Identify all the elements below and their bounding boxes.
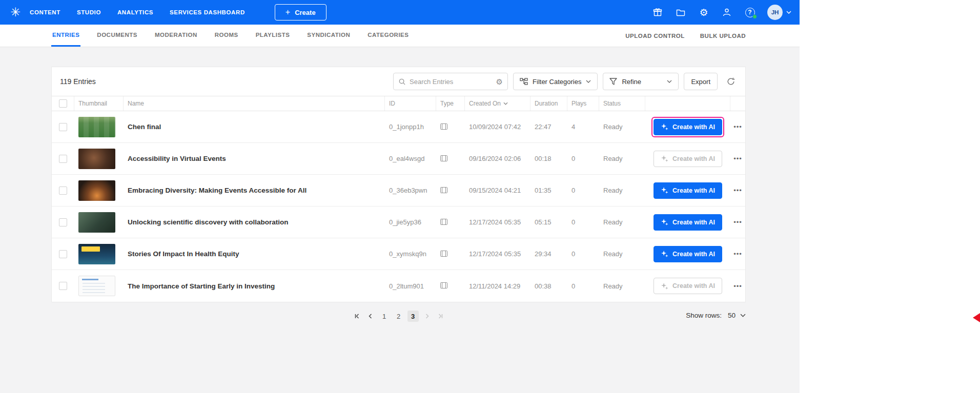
ai-button-label: Create with AI — [672, 282, 715, 289]
row-menu-button[interactable]: ••• — [730, 155, 745, 162]
entry-name[interactable]: Unlocking scientific discovery with coll… — [124, 218, 385, 226]
show-rows-control: Show rows: 50 — [686, 312, 746, 319]
last-page-button[interactable] — [435, 311, 445, 322]
video-type-icon — [440, 154, 447, 163]
entry-plays: 4 — [567, 123, 599, 131]
prev-page-button[interactable] — [365, 311, 376, 322]
tab-playlists[interactable]: PLAYLISTS — [255, 25, 291, 47]
entry-status: Ready — [599, 282, 645, 290]
help-icon[interactable]: ? — [744, 7, 756, 18]
entry-created-on: 12/11/2024 14:29 — [465, 282, 530, 290]
entry-thumbnail[interactable] — [78, 276, 115, 296]
row-menu-button[interactable]: ••• — [730, 123, 745, 131]
tab-categories[interactable]: CATEGORIES — [366, 25, 410, 47]
export-button[interactable]: Export — [684, 73, 718, 90]
kaltura-logo-icon[interactable]: ✳ — [10, 6, 21, 18]
ai-button-highlight-box: Create with AI — [651, 149, 724, 169]
bulk-upload-link[interactable]: BULK UPLOAD — [700, 33, 746, 39]
tab-moderation[interactable]: MODERATION — [154, 25, 198, 47]
refresh-icon[interactable] — [725, 75, 737, 88]
col-id: ID — [385, 96, 436, 111]
search-input[interactable] — [410, 78, 493, 86]
page-1-button[interactable]: 1 — [379, 311, 390, 322]
entry-thumbnail[interactable] — [78, 244, 115, 264]
col-created-on[interactable]: Created On — [465, 96, 530, 111]
entry-thumbnail[interactable] — [78, 180, 115, 201]
nav-analytics[interactable]: ANALYTICS — [117, 9, 153, 15]
refine-dropdown[interactable]: Refine — [603, 73, 679, 90]
folder-icon[interactable] — [675, 7, 686, 18]
nav-services-dashboard[interactable]: SERVICES DASHBOARD — [170, 9, 245, 15]
entry-name[interactable]: Embracing Diversity: Making Events Acces… — [124, 187, 385, 194]
tab-syndication[interactable]: SYNDICATION — [306, 25, 351, 47]
entry-name[interactable]: Accessibility in Virtual Events — [124, 155, 385, 162]
row-checkbox[interactable] — [59, 282, 67, 290]
entry-name[interactable]: The Importance of Starting Early in Inve… — [124, 282, 385, 290]
settings-gear-icon[interactable]: ⚙ — [698, 7, 709, 18]
entries-page: 119 Entries ⚙ Filter C — [0, 47, 800, 326]
filter-categories-dropdown[interactable]: Filter Categories — [513, 73, 598, 90]
upload-control-link[interactable]: UPLOAD CONTROL — [625, 33, 685, 39]
user-avatar-menu[interactable]: JH — [767, 5, 791, 20]
search-settings-icon[interactable]: ⚙ — [496, 78, 503, 86]
ai-button-highlight-box: Create with AI — [651, 117, 724, 137]
first-page-button[interactable] — [352, 311, 362, 322]
create-button[interactable]: + Create — [275, 4, 326, 20]
ai-button-label: Create with AI — [672, 123, 715, 131]
row-menu-button[interactable]: ••• — [730, 187, 745, 194]
entry-name[interactable]: Chen final — [124, 123, 385, 131]
select-all-checkbox[interactable] — [59, 99, 67, 108]
sparkle-icon — [661, 282, 668, 290]
create-with-ai-button[interactable]: Create with AI — [654, 214, 722, 231]
page-2-button[interactable]: 2 — [393, 311, 404, 322]
col-name: Name — [124, 96, 385, 111]
row-checkbox[interactable] — [59, 218, 67, 226]
gift-icon[interactable] — [652, 7, 663, 18]
entries-count: 119 Entries — [60, 77, 96, 86]
row-menu-button[interactable]: ••• — [730, 250, 745, 258]
page-3-button-current[interactable]: 3 — [407, 311, 419, 322]
entry-thumbnail[interactable] — [78, 212, 115, 233]
subnav-right-links: UPLOAD CONTROL BULK UPLOAD — [625, 25, 746, 47]
user-icon[interactable] — [721, 7, 732, 18]
row-menu-button[interactable]: ••• — [730, 282, 745, 290]
row-checkbox[interactable] — [59, 250, 67, 258]
sort-chevron-icon — [503, 102, 508, 105]
entry-plays: 0 — [567, 218, 599, 226]
show-rows-select[interactable]: 50 — [728, 312, 746, 319]
nav-content[interactable]: CONTENT — [30, 9, 60, 15]
entry-duration: 00:18 — [530, 155, 567, 162]
entry-created-on: 12/17/2024 05:35 — [465, 218, 530, 226]
tab-rooms[interactable]: ROOMS — [214, 25, 239, 47]
row-checkbox[interactable] — [59, 123, 67, 131]
row-checkbox[interactable] — [59, 155, 67, 163]
entry-duration: 29:34 — [530, 250, 567, 258]
ai-button-label: Create with AI — [672, 155, 715, 162]
tab-entries[interactable]: ENTRIES — [51, 25, 80, 47]
entry-thumbnail[interactable] — [78, 149, 115, 169]
kmc-application: ✳ CONTENT STUDIO ANALYTICS SERVICES DASH… — [0, 0, 800, 393]
create-with-ai-button[interactable]: Create with AI — [654, 246, 722, 262]
entry-thumbnail[interactable] — [78, 117, 115, 137]
row-menu-button[interactable]: ••• — [730, 218, 745, 226]
create-with-ai-button[interactable]: Create with AI — [654, 151, 722, 167]
entry-duration: 22:47 — [530, 123, 567, 131]
row-checkbox[interactable] — [59, 187, 67, 195]
create-with-ai-button[interactable]: Create with AI — [654, 182, 722, 199]
video-type-icon — [440, 122, 447, 132]
create-with-ai-button[interactable]: Create with AI — [654, 278, 722, 294]
col-actions — [645, 96, 730, 111]
tab-documents[interactable]: DOCUMENTS — [96, 25, 138, 47]
create-with-ai-button[interactable]: Create with AI — [654, 119, 722, 135]
nav-studio[interactable]: STUDIO — [77, 9, 101, 15]
pagination: 1 2 3 — [352, 311, 445, 322]
chevron-down-icon — [586, 80, 591, 83]
table-row: The Importance of Starting Early in Inve… — [52, 270, 745, 302]
next-page-button[interactable] — [422, 311, 432, 322]
entry-status: Ready — [599, 250, 645, 258]
ai-button-highlight-box: Create with AI — [651, 180, 724, 201]
entry-duration: 05:15 — [530, 218, 567, 226]
entry-status: Ready — [599, 187, 645, 194]
entry-duration: 00:38 — [530, 282, 567, 290]
entry-name[interactable]: Stories Of Impact In Health Equity — [124, 250, 385, 258]
